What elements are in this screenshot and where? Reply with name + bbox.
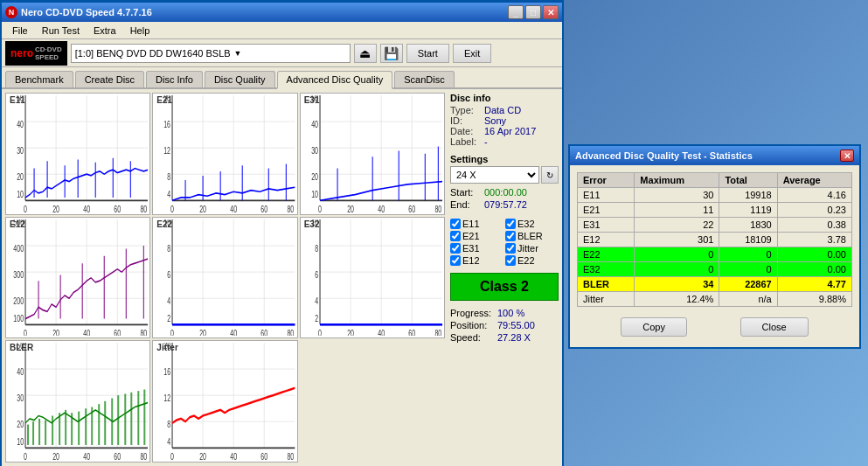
app-icon: N bbox=[5, 6, 17, 18]
jitter-label: Jitter bbox=[517, 243, 538, 254]
svg-rect-126 bbox=[302, 219, 442, 337]
svg-text:60: 60 bbox=[261, 450, 268, 460]
svg-text:10: 10 bbox=[17, 188, 24, 199]
e12-checkbox[interactable] bbox=[450, 255, 461, 266]
settings-section: Settings 24 X ↻ Start: 000:00.00 End: 07… bbox=[450, 154, 559, 212]
row-jitter-total: n/a bbox=[719, 292, 777, 307]
svg-rect-78 bbox=[8, 219, 148, 337]
svg-text:20: 20 bbox=[200, 450, 207, 460]
chart-bler-label: BLER bbox=[10, 343, 33, 352]
svg-text:30: 30 bbox=[17, 392, 24, 403]
window-title: Nero CD-DVD Speed 4.7.7.16 bbox=[21, 7, 508, 17]
svg-text:16: 16 bbox=[164, 118, 171, 129]
menu-run-test[interactable]: Run Test bbox=[35, 22, 87, 38]
tab-benchmark[interactable]: Benchmark bbox=[5, 71, 73, 87]
svg-rect-173 bbox=[65, 410, 66, 445]
save-icon[interactable]: 💾 bbox=[380, 44, 403, 63]
bler-checkbox[interactable] bbox=[505, 231, 516, 241]
svg-text:60: 60 bbox=[261, 203, 268, 212]
row-e31-total: 1830 bbox=[719, 218, 777, 233]
svg-rect-168 bbox=[32, 422, 34, 446]
chart-e32: E32 10 8 6 4 2 0 bbox=[300, 217, 445, 339]
row-e11-error: E11 bbox=[578, 188, 635, 203]
disc-info-date-val: 16 Apr 2017 bbox=[484, 126, 536, 136]
chart-e11-label: E11 bbox=[10, 95, 25, 105]
row-e32-total: 0 bbox=[719, 262, 777, 277]
copy-button[interactable]: Copy bbox=[621, 317, 687, 337]
chart-e22: E22 10 8 6 4 2 0 bbox=[152, 217, 297, 339]
row-e31-max: 22 bbox=[635, 218, 719, 233]
svg-rect-105 bbox=[155, 219, 295, 337]
svg-text:0: 0 bbox=[318, 203, 322, 212]
tab-disc-info[interactable]: Disc Info bbox=[146, 71, 203, 87]
speed-selector[interactable]: 24 X bbox=[450, 166, 539, 184]
e21-checkbox[interactable] bbox=[450, 231, 461, 241]
svg-text:400: 400 bbox=[13, 242, 24, 254]
maximize-button[interactable]: □ bbox=[525, 5, 541, 19]
tab-advanced-disc-quality[interactable]: Advanced Disc Quality bbox=[277, 71, 393, 89]
checkbox-e21: E21 bbox=[450, 231, 503, 241]
close-button[interactable]: Close bbox=[740, 317, 809, 337]
chart-e31: E31 50 40 30 20 10 0 bbox=[300, 93, 445, 215]
svg-text:0: 0 bbox=[24, 203, 27, 212]
tab-disc-quality[interactable]: Disc Quality bbox=[205, 71, 275, 87]
svg-text:40: 40 bbox=[83, 203, 90, 212]
tab-scan-disc[interactable]: ScanDisc bbox=[394, 71, 454, 87]
svg-text:80: 80 bbox=[140, 326, 147, 336]
svg-rect-175 bbox=[78, 412, 80, 445]
stats-close-icon[interactable]: ✕ bbox=[840, 150, 854, 162]
speed-val: 27.28 X bbox=[497, 332, 531, 343]
jitter-checkbox[interactable] bbox=[505, 243, 516, 254]
eject-icon[interactable]: ⏏ bbox=[354, 44, 377, 63]
disc-info-date-key: Date: bbox=[450, 126, 481, 136]
svg-text:20: 20 bbox=[347, 326, 354, 336]
e11-checkbox[interactable] bbox=[450, 219, 461, 229]
svg-rect-179 bbox=[104, 401, 106, 445]
e22-checkbox[interactable] bbox=[505, 255, 516, 266]
tab-create-disc[interactable]: Create Disc bbox=[75, 71, 144, 87]
start-button[interactable]: Start bbox=[406, 44, 449, 63]
position-val: 79:55.00 bbox=[497, 320, 535, 330]
drive-selector[interactable]: [1:0] BENQ DVD DD DW1640 BSLB ▼ bbox=[71, 44, 351, 63]
svg-rect-181 bbox=[117, 395, 119, 445]
disc-info-title: Disc info bbox=[450, 93, 559, 103]
svg-text:20: 20 bbox=[311, 170, 318, 182]
svg-rect-169 bbox=[38, 419, 40, 445]
menu-help[interactable]: Help bbox=[123, 22, 157, 38]
svg-text:20: 20 bbox=[52, 203, 59, 212]
class-result-box: Class 2 bbox=[450, 273, 559, 301]
svg-rect-185 bbox=[143, 390, 145, 445]
svg-text:20: 20 bbox=[17, 418, 24, 429]
menu-file[interactable]: File bbox=[5, 22, 35, 38]
svg-text:40: 40 bbox=[231, 450, 238, 460]
svg-text:60: 60 bbox=[408, 203, 415, 212]
row-e11-avg: 4.16 bbox=[777, 188, 851, 203]
minimize-button[interactable]: _ bbox=[508, 5, 524, 19]
e32-checkbox[interactable] bbox=[505, 219, 516, 229]
e31-checkbox[interactable] bbox=[450, 243, 461, 254]
checkbox-e32: E32 bbox=[505, 219, 559, 229]
menu-extra[interactable]: Extra bbox=[87, 22, 123, 38]
svg-rect-172 bbox=[59, 414, 60, 446]
svg-text:0: 0 bbox=[24, 326, 27, 336]
right-panel: Disc info Type: Data CD ID: Sony Date: 1… bbox=[445, 93, 559, 463]
stats-dialog: Advanced Disc Quality Test - Statistics … bbox=[568, 144, 861, 349]
close-button[interactable]: ✕ bbox=[543, 5, 559, 19]
settings-title: Settings bbox=[450, 154, 559, 164]
svg-text:80: 80 bbox=[288, 203, 295, 212]
svg-text:20: 20 bbox=[200, 326, 207, 336]
svg-text:8: 8 bbox=[167, 242, 170, 254]
svg-rect-167 bbox=[27, 425, 29, 445]
nero-logo: nero CD·DVDSPEED bbox=[5, 41, 67, 66]
menu-bar: File Run Test Extra Help bbox=[2, 22, 562, 39]
exit-button[interactable]: Exit bbox=[453, 44, 491, 63]
row-e21-max: 11 bbox=[635, 203, 719, 218]
refresh-icon[interactable]: ↻ bbox=[541, 166, 559, 184]
end-time-row: End: 079:57.72 bbox=[450, 199, 559, 210]
progress-val: 100 % bbox=[497, 308, 524, 318]
disc-info-date-row: Date: 16 Apr 2017 bbox=[450, 126, 559, 136]
row-e21-avg: 0.23 bbox=[777, 203, 851, 218]
svg-rect-176 bbox=[85, 409, 87, 446]
svg-text:40: 40 bbox=[231, 203, 238, 212]
svg-text:40: 40 bbox=[378, 203, 385, 212]
